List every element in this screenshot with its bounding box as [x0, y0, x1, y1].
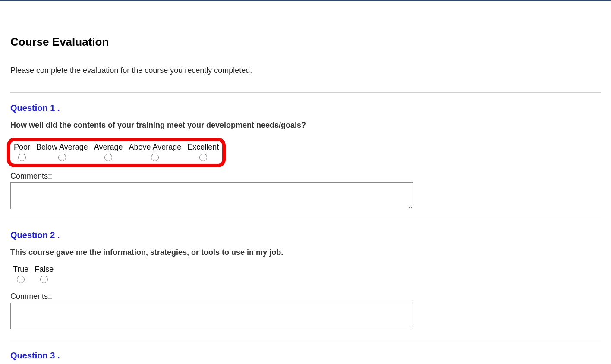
q1-comments-textarea[interactable]: [10, 182, 413, 209]
radio-q1-poor[interactable]: [18, 154, 26, 161]
question-1-options-highlighted: Poor Below Average Average Above Average…: [7, 138, 226, 167]
option-below-average: Below Average: [36, 143, 88, 161]
option-label-above-average: Above Average: [129, 143, 182, 152]
radio-q2-true[interactable]: [17, 276, 25, 283]
question-3-block: Question 3 .: [10, 340, 601, 364]
radio-q1-average[interactable]: [104, 154, 112, 161]
question-2-number: Question 2 .: [10, 230, 601, 240]
question-3-number: Question 3 .: [10, 351, 601, 361]
form-container: Course Evaluation Please complete the ev…: [0, 1, 611, 364]
question-2-text: This course gave me the information, str…: [10, 248, 601, 257]
question-2-options: True False: [10, 265, 54, 283]
option-poor: Poor: [14, 143, 30, 161]
option-above-average: Above Average: [129, 143, 182, 161]
option-label-average: Average: [94, 143, 123, 152]
q2-comments-label: Comments::: [10, 292, 601, 301]
radio-q1-excellent[interactable]: [199, 154, 207, 161]
question-2-block: Question 2 . This course gave me the inf…: [10, 220, 601, 340]
option-average: Average: [94, 143, 123, 161]
q2-comments-textarea[interactable]: [10, 303, 413, 329]
option-label-below-average: Below Average: [36, 143, 88, 152]
option-false: False: [35, 265, 54, 283]
option-label-excellent: Excellent: [187, 143, 219, 152]
question-1-text: How well did the contents of your traini…: [10, 121, 601, 130]
option-label-true: True: [13, 265, 28, 274]
option-label-false: False: [35, 265, 54, 274]
option-true: True: [13, 265, 28, 283]
q1-comments-label: Comments::: [10, 172, 601, 181]
option-label-poor: Poor: [14, 143, 30, 152]
radio-q1-below-average[interactable]: [58, 154, 66, 161]
radio-q1-above-average[interactable]: [151, 154, 159, 161]
option-excellent: Excellent: [187, 143, 219, 161]
intro-text: Please complete the evaluation for the c…: [10, 66, 601, 75]
question-1-block: Question 1 . How well did the contents o…: [10, 93, 601, 220]
question-1-number: Question 1 .: [10, 103, 601, 113]
page-title: Course Evaluation: [10, 35, 601, 49]
radio-q2-false[interactable]: [40, 276, 48, 283]
